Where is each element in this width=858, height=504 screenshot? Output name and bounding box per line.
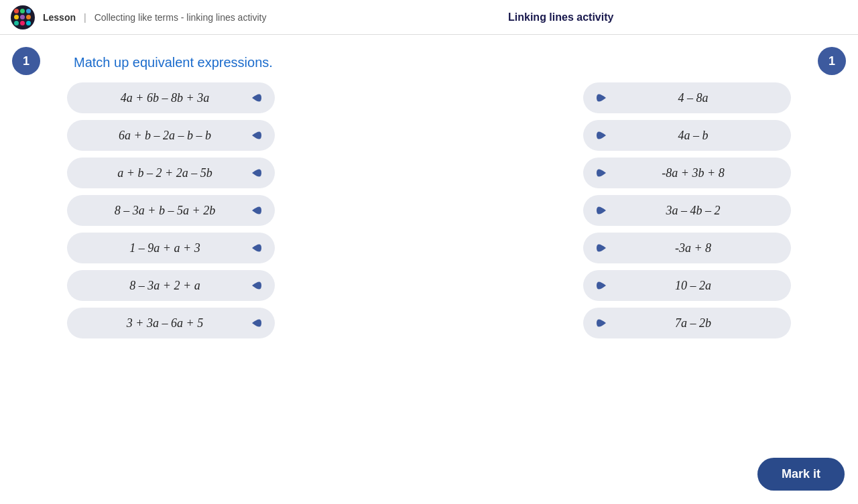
left-expression-7[interactable]: 3 + 3a – 6a + 5 [67, 308, 275, 338]
left-expression-1[interactable]: 4a + 6b – 8b + 3a [67, 82, 275, 113]
table-row: 1 – 9a + a + 3 -3a + 8 [67, 233, 791, 263]
left-connector-2[interactable] [249, 127, 261, 144]
left-expression-6[interactable]: 8 – 3a + 2 + a [67, 270, 275, 301]
instruction: Match up equivalent expressions. [40, 48, 818, 70]
lesson-label: Lesson [43, 12, 76, 23]
right-expression-1[interactable]: 4 – 8a [583, 82, 791, 113]
main-content: 1 1 Match up equivalent expressions. 4a … [0, 35, 858, 504]
left-connector-4[interactable] [249, 202, 261, 219]
separator: | [84, 12, 86, 23]
left-connector-1[interactable] [249, 89, 261, 107]
table-row: 8 – 3a + b – 5a + 2b 3a – 4b – 2 [67, 195, 791, 226]
page-title: Linking lines activity [274, 11, 847, 23]
app-logo [11, 5, 35, 29]
table-row: 6a + b – 2a – b – b 4a – b [67, 120, 791, 151]
breadcrumb: Collecting like terms - linking lines ac… [95, 12, 267, 23]
right-expression-7[interactable]: 7a – 2b [583, 308, 791, 338]
left-expression-4[interactable]: 8 – 3a + b – 5a + 2b [67, 195, 275, 226]
left-expression-5[interactable]: 1 – 9a + a + 3 [67, 233, 275, 263]
right-expression-4[interactable]: 3a – 4b – 2 [583, 195, 791, 226]
matching-area: 4a + 6b – 8b + 3a 4 – 8a 6a + b – 2a – b… [40, 82, 818, 338]
right-connector-7[interactable] [597, 314, 609, 332]
right-connector-5[interactable] [597, 239, 609, 257]
table-row: 4a + 6b – 8b + 3a 4 – 8a [67, 82, 791, 113]
left-connector-6[interactable] [249, 277, 261, 294]
right-connector-2[interactable] [597, 127, 609, 144]
right-expression-5[interactable]: -3a + 8 [583, 233, 791, 263]
right-connector-4[interactable] [597, 202, 609, 219]
table-row: a + b – 2 + 2a – 5b -8a + 3b + 8 [67, 158, 791, 188]
table-row: 3 + 3a – 6a + 5 7a – 2b [67, 308, 791, 338]
right-expression-3[interactable]: -8a + 3b + 8 [583, 158, 791, 188]
question-badge-right: 1 [818, 47, 846, 75]
right-expression-2[interactable]: 4a – b [583, 120, 791, 151]
right-connector-3[interactable] [597, 164, 609, 182]
question-badge-left: 1 [12, 47, 40, 75]
right-connector-6[interactable] [597, 277, 609, 294]
left-connector-7[interactable] [249, 314, 261, 332]
top-bar: Lesson | Collecting like terms - linking… [0, 0, 858, 35]
left-connector-5[interactable] [249, 239, 261, 257]
mark-it-button[interactable]: Mark it [757, 458, 845, 491]
left-connector-3[interactable] [249, 164, 261, 182]
left-expression-2[interactable]: 6a + b – 2a – b – b [67, 120, 275, 151]
left-expression-3[interactable]: a + b – 2 + 2a – 5b [67, 158, 275, 188]
right-connector-1[interactable] [597, 89, 609, 107]
table-row: 8 – 3a + 2 + a 10 – 2a [67, 270, 791, 301]
right-expression-6[interactable]: 10 – 2a [583, 270, 791, 301]
